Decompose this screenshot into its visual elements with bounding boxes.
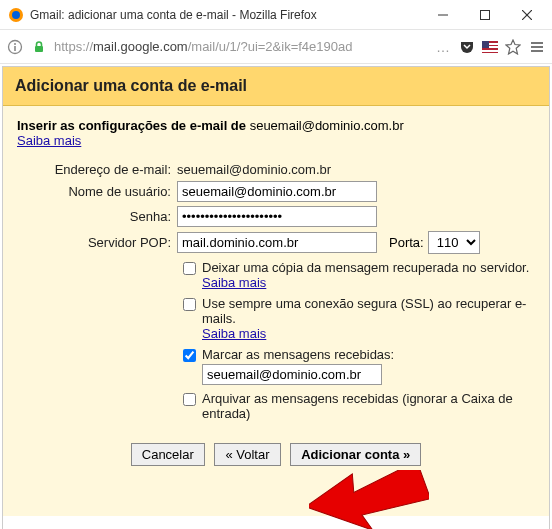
button-row: Cancelar « Voltar Adicionar conta » <box>17 443 535 466</box>
svg-point-1 <box>12 11 20 19</box>
label-input[interactable] <box>202 364 382 385</box>
firefox-icon <box>8 7 24 23</box>
ellipsis-icon[interactable]: … <box>434 38 452 56</box>
pop-label: Servidor POP: <box>17 235 177 250</box>
ssl-learn-link[interactable]: Saiba mais <box>202 326 535 341</box>
learn-more-link[interactable]: Saiba mais <box>17 133 81 148</box>
label-text: Marcar as mensagens recebidas: <box>202 347 394 362</box>
leave-copy-learn-link[interactable]: Saiba mais <box>202 275 529 290</box>
svg-rect-8 <box>14 46 16 51</box>
intro-text: Inserir as configurações de e-mail de se… <box>17 118 535 148</box>
url-bar: https://mail.google.com/mail/u/1/?ui=2&i… <box>0 30 552 64</box>
archive-checkbox[interactable] <box>183 393 196 406</box>
url-path: /mail/u/1/?ui=2&ik=f4e190ad <box>188 39 353 54</box>
port-label: Porta: <box>389 235 424 250</box>
arrow-annotation-icon <box>309 470 429 529</box>
password-label: Senha: <box>17 209 177 224</box>
window-titlebar: Gmail: adicionar uma conta de e-mail - M… <box>0 0 552 30</box>
url-domain: mail.google.com <box>93 39 188 54</box>
username-label: Nome de usuário: <box>17 184 177 199</box>
archive-text: Arquivar as mensagens recebidas (ignorar… <box>202 391 513 421</box>
window-title: Gmail: adicionar uma conta de e-mail - M… <box>30 8 422 22</box>
dialog-content: Adicionar uma conta de e-mail Inserir as… <box>2 66 550 529</box>
info-icon[interactable] <box>6 38 24 56</box>
svg-point-7 <box>14 43 16 45</box>
add-account-button[interactable]: Adicionar conta » <box>290 443 421 466</box>
ssl-checkbox[interactable] <box>183 298 196 311</box>
svg-rect-3 <box>481 10 490 19</box>
pop-server-input[interactable] <box>177 232 377 253</box>
pocket-icon[interactable] <box>458 38 476 56</box>
url-text[interactable]: https://mail.google.com/mail/u/1/?ui=2&i… <box>54 39 428 54</box>
dialog-body: Inserir as configurações de e-mail de se… <box>3 106 549 516</box>
back-button[interactable]: « Voltar <box>214 443 280 466</box>
email-value: seuemail@dominio.com.br <box>177 162 331 177</box>
username-input[interactable] <box>177 181 377 202</box>
lock-icon[interactable] <box>30 38 48 56</box>
password-input[interactable] <box>177 206 377 227</box>
flag-icon[interactable] <box>482 41 498 53</box>
email-label: Endereço de e-mail: <box>17 162 177 177</box>
label-checkbox[interactable] <box>183 349 196 362</box>
intro-email: seuemail@dominio.com.br <box>250 118 404 133</box>
menu-icon[interactable] <box>528 38 546 56</box>
bookmark-star-icon[interactable] <box>504 38 522 56</box>
cancel-button[interactable]: Cancelar <box>131 443 205 466</box>
port-select[interactable]: 110 <box>428 231 480 254</box>
leave-copy-text: Deixar uma cópia da mensagem recuperada … <box>202 260 529 275</box>
minimize-button[interactable] <box>422 1 464 29</box>
intro-bold: Inserir as configurações de e-mail de <box>17 118 246 133</box>
svg-marker-13 <box>309 470 429 529</box>
leave-copy-checkbox[interactable] <box>183 262 196 275</box>
svg-rect-9 <box>35 46 43 52</box>
close-button[interactable] <box>506 1 548 29</box>
ssl-text: Use sempre uma conexão segura (SSL) ao r… <box>202 296 526 326</box>
maximize-button[interactable] <box>464 1 506 29</box>
url-scheme: https:// <box>54 39 93 54</box>
dialog-header: Adicionar uma conta de e-mail <box>3 67 549 106</box>
